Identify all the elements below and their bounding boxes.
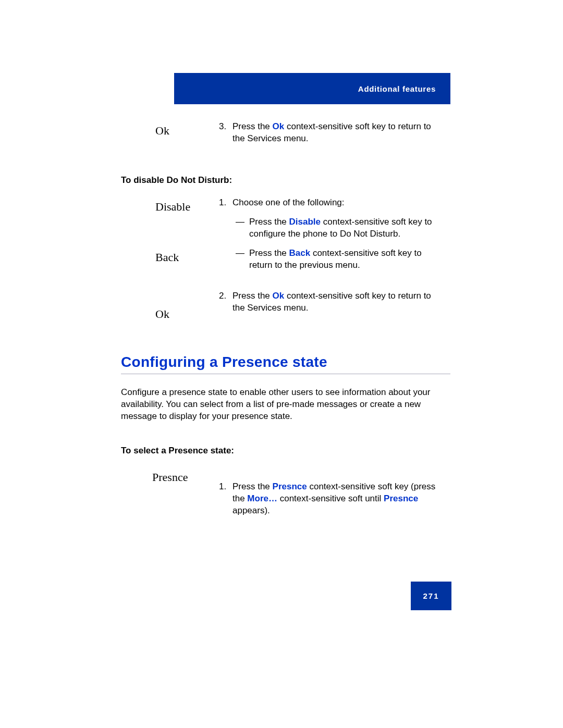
softkey-label: Ok	[155, 305, 219, 323]
list-item: 1. Choose one of the following: — Press …	[219, 197, 450, 279]
key-presnce: Presnce	[384, 493, 418, 503]
softkey-label: Ok	[121, 121, 219, 139]
list-item: 3. Press the Ok context-sensitive soft k…	[219, 121, 450, 145]
subheading-select: To select a Presence state:	[121, 446, 450, 456]
list-subitem: — Press the Back context-sensitive soft …	[232, 248, 445, 272]
page-number: 271	[423, 591, 439, 600]
step-number: 2.	[219, 290, 232, 314]
key-ok: Ok	[273, 121, 285, 131]
step-number: 1.	[219, 481, 232, 517]
dash-icon: —	[236, 216, 249, 240]
section-heading: Configuring a Presence state	[121, 354, 450, 374]
key-back: Back	[289, 248, 311, 258]
page-content: Ok 3. Press the Ok context-sensitive sof…	[121, 121, 450, 529]
step-number: 3.	[219, 121, 232, 145]
header-text: Additional features	[358, 84, 436, 93]
dash-icon: —	[236, 248, 249, 272]
softkey-label: Disable	[155, 198, 219, 215]
step-row: Ok 3. Press the Ok context-sensitive sof…	[121, 121, 450, 152]
section-paragraph: Configure a presence state to enable oth…	[121, 387, 450, 423]
softkey-label: Presnce	[121, 467, 219, 486]
softkey-column: Disable Back Ok	[121, 197, 219, 323]
page-number-box: 271	[411, 582, 451, 610]
key-more: More…	[247, 493, 277, 503]
list-subitem: — Press the Disable context-sensitive so…	[232, 216, 445, 240]
document-page: Additional features Ok 3. Press the Ok c…	[121, 0, 451, 728]
list-item: 1. Press the Presnce context-sensitive s…	[219, 481, 450, 517]
softkey-label: Back	[155, 249, 219, 266]
section-header: Additional features	[174, 73, 450, 104]
key-disable: Disable	[289, 217, 321, 227]
step-number: 1.	[219, 197, 232, 279]
list-item: 2. Press the Ok context-sensitive soft k…	[219, 290, 450, 314]
subheading-disable: To disable Do Not Disturb:	[121, 175, 450, 186]
step-row: Presnce 1. Press the Presnce context-sen…	[121, 467, 450, 524]
key-presnce: Presnce	[273, 482, 307, 491]
step-row: Disable Back Ok 1. Choose one of the fol…	[121, 197, 450, 323]
key-ok: Ok	[273, 291, 285, 301]
